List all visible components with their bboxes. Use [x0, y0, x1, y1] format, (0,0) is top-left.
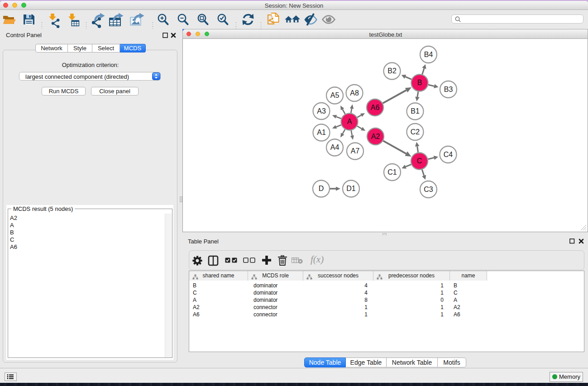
- svg-text:C3: C3: [424, 186, 433, 193]
- svg-text:A8: A8: [350, 89, 359, 97]
- svg-text:B2: B2: [387, 67, 397, 75]
- svg-text:D1: D1: [346, 185, 356, 192]
- svg-text:D: D: [319, 185, 324, 192]
- svg-text:A: A: [347, 118, 352, 125]
- svg-text:A6: A6: [371, 104, 380, 111]
- svg-text:A7: A7: [351, 147, 360, 155]
- svg-text:C4: C4: [444, 151, 453, 158]
- svg-text:A4: A4: [330, 143, 339, 151]
- svg-text:C1: C1: [387, 168, 397, 176]
- svg-text:A1: A1: [317, 129, 326, 136]
- svg-text:B: B: [417, 79, 422, 86]
- svg-text:B4: B4: [424, 51, 433, 58]
- svg-text:A2: A2: [371, 133, 380, 140]
- svg-text:C: C: [417, 157, 422, 165]
- svg-text:B1: B1: [411, 107, 420, 115]
- svg-text:A3: A3: [317, 107, 326, 115]
- svg-text:B3: B3: [444, 86, 453, 93]
- svg-text:A5: A5: [330, 91, 339, 99]
- svg-text:C2: C2: [411, 128, 420, 136]
